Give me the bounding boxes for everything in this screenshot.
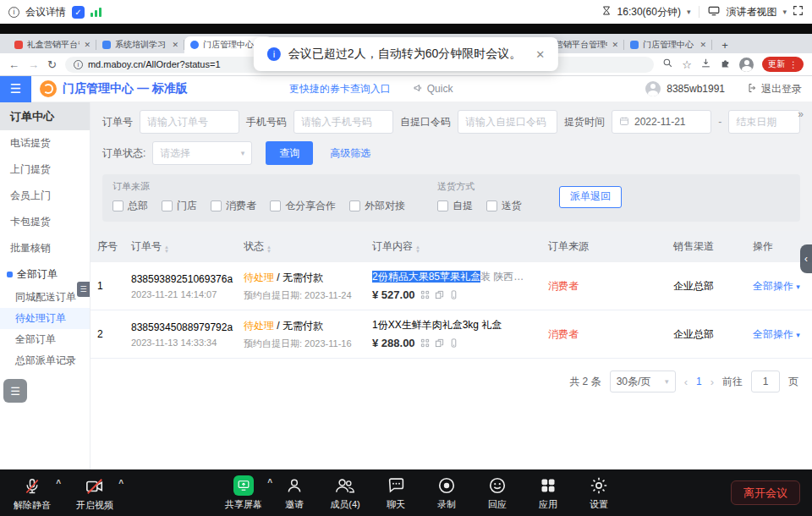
- search-lens-icon[interactable]: [662, 58, 673, 71]
- checkbox-warehouse-coop[interactable]: 仓分享合作: [270, 199, 336, 213]
- leave-meeting-button[interactable]: 离开会议: [731, 480, 800, 505]
- prev-page-icon[interactable]: ‹: [684, 376, 688, 388]
- hamburger-menu-icon[interactable]: ☰: [0, 76, 31, 102]
- refresh-icon[interactable]: ↻: [47, 59, 57, 70]
- coupon-query-link[interactable]: 更快捷的券卡查询入口: [289, 82, 391, 96]
- tab-close-icon[interactable]: ✕: [84, 41, 91, 49]
- browser-update-button[interactable]: 更新⋮: [762, 57, 804, 72]
- start-date-input[interactable]: 2022-11-21: [612, 110, 711, 134]
- checkbox-store[interactable]: 门店: [162, 199, 197, 213]
- back-icon[interactable]: ←: [8, 59, 19, 70]
- col-order-no[interactable]: 订单号▲▼: [124, 231, 237, 262]
- page-info-icon[interactable]: i: [74, 60, 83, 69]
- floating-list-icon[interactable]: ☰: [3, 379, 27, 403]
- start-video-button[interactable]: 开启视频 ^: [76, 476, 113, 512]
- tab-close-icon[interactable]: ✕: [612, 41, 618, 49]
- collapse-arrows-icon[interactable]: »: [798, 108, 804, 120]
- sidebar-section-order-center[interactable]: 订单中心: [0, 102, 90, 130]
- checkbox-consumer[interactable]: 消费者: [211, 199, 256, 213]
- browser-tab[interactable]: 门店管理中心✕: [624, 36, 712, 53]
- phone-input[interactable]: [294, 110, 393, 134]
- search-button[interactable]: 查询: [266, 141, 313, 165]
- qr-icon[interactable]: [420, 290, 430, 302]
- checkbox-icon[interactable]: [437, 200, 448, 211]
- extensions-puzzle-icon[interactable]: [720, 58, 731, 71]
- sidebar-item-door-pickup[interactable]: 上门提货: [0, 156, 90, 183]
- unmute-button[interactable]: 解除静音 ^: [14, 476, 51, 512]
- quick-entry[interactable]: Quick: [413, 83, 453, 96]
- list-toggle-icon[interactable]: ☰: [77, 282, 90, 297]
- tab-close-icon[interactable]: ✕: [172, 41, 178, 49]
- phone-icon[interactable]: [449, 338, 458, 350]
- browser-tab[interactable]: 系统培训学习✕: [96, 36, 184, 53]
- row-content[interactable]: 1份XX生鲜羊肉礼盒3kg 礼盒¥ 288.00: [365, 310, 541, 359]
- table-row[interactable]: 1 83859389251069376a2023-11-21 14:14:07 …: [91, 262, 812, 310]
- sidebar-item-pending-orders[interactable]: 待处理订单: [0, 308, 90, 329]
- col-status[interactable]: 状态▲▼: [237, 231, 365, 262]
- sidebar-item-batch-verify[interactable]: 批量核销: [0, 235, 90, 261]
- members-button[interactable]: 成员(4): [326, 475, 364, 511]
- qr-icon[interactable]: [420, 338, 430, 350]
- sidebar-item-member-visit[interactable]: 会员上门: [0, 183, 90, 209]
- order-status-select[interactable]: 请选择▾: [152, 141, 252, 165]
- panel-collapse-handle[interactable]: ‹: [800, 244, 812, 273]
- logout-button[interactable]: 退出登录: [748, 82, 802, 96]
- kebab-menu-icon[interactable]: ⋮: [789, 60, 798, 69]
- page-size-select[interactable]: 30条/页▾: [610, 371, 676, 392]
- checkbox-icon[interactable]: [112, 200, 123, 211]
- end-date-input[interactable]: 结束日期: [728, 110, 800, 134]
- new-tab-button[interactable]: +: [717, 37, 732, 52]
- chevron-up-icon[interactable]: ^: [56, 479, 61, 488]
- checkbox-delivery[interactable]: 送货: [486, 199, 522, 213]
- pickup-code-input[interactable]: [458, 110, 557, 134]
- sort-icon[interactable]: ▲▼: [266, 245, 272, 254]
- browser-tab[interactable]: 礼盒营销平台管理中心✕: [8, 36, 96, 53]
- record-button[interactable]: 录制: [428, 475, 465, 511]
- info-icon[interactable]: i: [8, 7, 19, 18]
- settings-button[interactable]: 设置: [580, 475, 617, 511]
- dispatch-return-button[interactable]: 派单退回: [559, 186, 622, 208]
- timer-dropdown-icon[interactable]: ▾: [687, 8, 691, 16]
- checkbox-hq[interactable]: 总部: [112, 199, 148, 213]
- sort-icon[interactable]: ▲▼: [164, 245, 169, 254]
- checkbox-icon[interactable]: [211, 200, 222, 211]
- sort-icon[interactable]: ▲▼: [415, 245, 420, 254]
- copy-icon[interactable]: [435, 290, 444, 302]
- current-page[interactable]: 1: [696, 376, 702, 387]
- toast-close-icon[interactable]: ✕: [535, 48, 545, 61]
- next-page-icon[interactable]: ›: [710, 376, 714, 388]
- checkbox-icon[interactable]: [162, 200, 173, 211]
- row-actions[interactable]: 全部操作 ▾: [746, 310, 812, 359]
- checkbox-icon[interactable]: [349, 200, 360, 211]
- tab-close-icon[interactable]: ✕: [700, 41, 706, 49]
- sidebar-item-card-pickup[interactable]: 卡包提货: [0, 209, 90, 235]
- share-screen-button[interactable]: 共享屏幕 ^: [225, 475, 262, 511]
- fullscreen-icon[interactable]: [793, 5, 804, 19]
- view-dropdown-icon[interactable]: ▾: [782, 8, 787, 16]
- profile-avatar[interactable]: [739, 58, 754, 72]
- invite-button[interactable]: 邀请: [276, 475, 313, 511]
- user-avatar[interactable]: [645, 81, 661, 96]
- sidebar-item-hq-dispatch-log[interactable]: 总部派单记录: [0, 350, 90, 371]
- username[interactable]: 8385wb1991: [667, 83, 725, 95]
- chat-button[interactable]: 聊天: [377, 475, 414, 511]
- table-row[interactable]: 2 83859345088979792a2023-11-13 14:33:34 …: [91, 310, 812, 359]
- col-content[interactable]: 订单内容▲▼: [365, 231, 541, 262]
- checkbox-icon[interactable]: [486, 200, 497, 211]
- meeting-details-link[interactable]: 会议详情: [25, 5, 66, 19]
- sidebar-item-phone-pickup[interactable]: 电话提货: [0, 130, 90, 156]
- checkbox-icon[interactable]: [270, 200, 281, 211]
- goto-page-input[interactable]: 1: [751, 371, 780, 392]
- view-mode-selector[interactable]: 演讲者视图: [726, 5, 776, 19]
- phone-icon[interactable]: [449, 290, 458, 302]
- download-icon[interactable]: [700, 58, 711, 71]
- apps-button[interactable]: 应用: [529, 475, 567, 511]
- bookmark-star-icon[interactable]: ☆: [682, 58, 692, 71]
- checkbox-external[interactable]: 外部对接: [349, 199, 405, 213]
- reaction-button[interactable]: 回应: [479, 475, 516, 511]
- forward-icon[interactable]: →: [28, 59, 39, 70]
- copy-icon[interactable]: [435, 338, 444, 350]
- chevron-up-icon[interactable]: ^: [118, 479, 123, 488]
- order-no-input[interactable]: [140, 110, 239, 134]
- row-content[interactable]: 2份精品大果85苹果礼盒装 陕西…¥ 527.00: [365, 262, 541, 310]
